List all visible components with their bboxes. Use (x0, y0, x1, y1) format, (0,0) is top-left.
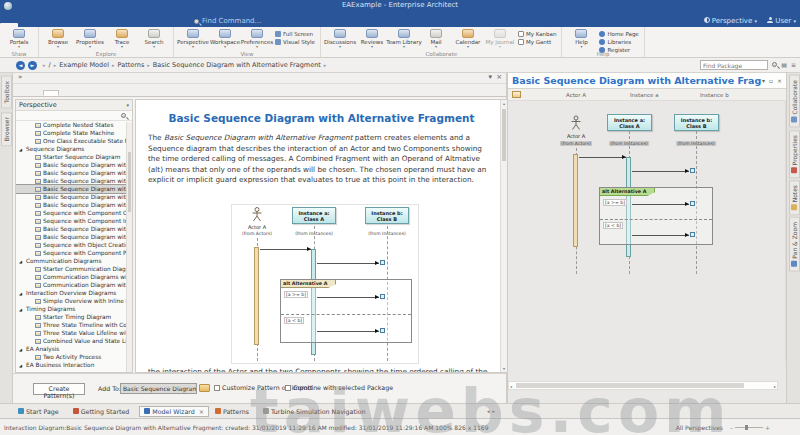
close-icon[interactable]: × (777, 77, 782, 84)
column-label[interactable]: Instance a (630, 92, 659, 98)
tree-item[interactable]: ◢ Basic Sequence Diagram with ... (16, 225, 132, 233)
document-tab[interactable]: Getting Started (69, 407, 138, 416)
combine-package-checkbox[interactable]: Combine with selected Package (285, 384, 393, 391)
tree-item[interactable]: ◢ Communication Diagrams (16, 257, 132, 265)
instance-b-object[interactable]: Instance b: Class B (674, 114, 719, 131)
perspectives-status[interactable]: All Perspectives (676, 424, 723, 431)
tree-item[interactable]: ◢ Starter Timing Diagram (16, 313, 132, 321)
chevron-down-icon[interactable]: ▾ (762, 77, 765, 84)
zoom-in-icon[interactable]: + (765, 424, 770, 431)
pin-icon[interactable]: ▫ (769, 77, 773, 84)
expand-triangle-icon[interactable]: ◢ (19, 307, 24, 312)
ribbon-button[interactable]: My Journal▾ (484, 28, 516, 48)
ribbon-button[interactable]: Properties▾ (74, 28, 106, 48)
close-tab-icon[interactable]: × (199, 408, 204, 415)
zoom-thumb[interactable] (745, 425, 748, 430)
zoom-slider[interactable]: – + (730, 424, 770, 431)
tree-item[interactable]: ◢ Complete State Machine (16, 129, 132, 137)
tree-item[interactable]: ◢ Sequence with Component Part... (16, 249, 132, 257)
tree-item[interactable]: ◢ Starter Communication Diagram (16, 265, 132, 273)
tree-item[interactable]: ◢ Three State Timeline with Cons... (16, 321, 132, 329)
create-patterns-button[interactable]: Create Pattern(s) (33, 383, 85, 395)
expand-triangle-icon[interactable]: ◢ (19, 291, 24, 296)
tree-item[interactable]: ◢ Sequence Diagrams (16, 145, 132, 153)
folder-browse-icon[interactable] (199, 384, 210, 392)
perspective-menu[interactable]: Perspective ▾ (704, 17, 758, 25)
close-icon[interactable]: × (496, 73, 502, 81)
expand-triangle-icon[interactable]: ◢ (19, 363, 24, 368)
ribbon-small-button[interactable]: Visual Style (275, 39, 315, 45)
actor-figure[interactable] (251, 207, 263, 222)
tree-item[interactable]: ◢ Interaction Overview Diagrams (16, 289, 132, 297)
tree-item[interactable]: ◢ Communication Diagrams with ... (16, 273, 132, 281)
alt-fragment[interactable]: alt Alternative A [a >= b] [a < b] (599, 187, 713, 245)
tree-item[interactable]: ◢ Two Activity Process (16, 353, 132, 361)
ribbon-small-button[interactable]: Full Screen (275, 31, 315, 37)
scroll-up-icon[interactable]: ▴ (501, 101, 507, 106)
tree-item[interactable]: ◢ Starter Sequence Diagram (16, 153, 132, 161)
instance-a-object[interactable]: Instance a: Class A (607, 114, 652, 131)
column-label[interactable]: Instance b (700, 92, 729, 98)
ribbon-button[interactable]: Browse▾ (42, 28, 74, 48)
wizard-tab[interactable] (87, 92, 101, 96)
expand-triangle-icon[interactable]: ◢ (19, 147, 24, 152)
tree-item[interactable]: ◢ Basic Sequence Diagram with ... (16, 201, 132, 209)
breadcrumb-item[interactable]: ▸Patterns (109, 61, 144, 69)
ribbon-button[interactable]: Preferences▾ (241, 28, 273, 48)
breadcrumb-item[interactable]: ▸Example Model (51, 61, 109, 69)
ribbon-small-button[interactable]: My Kanban (518, 31, 556, 37)
document-tab[interactable]: Patterns (211, 407, 257, 416)
ribbon-button[interactable]: Discussions▾ (324, 28, 356, 48)
find-package-input[interactable] (700, 60, 768, 70)
add-to-value[interactable]: Basic Sequence Diagram with Alter (120, 383, 197, 394)
tree-item[interactable]: ◢ Sequence with Component Inst... (16, 217, 132, 225)
message-call-4[interactable] (317, 331, 379, 332)
wizard-tab[interactable] (59, 92, 73, 96)
breadcrumb-item[interactable]: ▸Basic Sequence Diagram with Alternative… (144, 61, 321, 69)
edge-tab[interactable]: Notes (789, 180, 800, 215)
search-icon[interactable] (772, 62, 777, 67)
tree-item[interactable]: ◢ Timing Diagrams (16, 305, 132, 313)
wizard-tab[interactable] (101, 92, 115, 96)
edge-tab[interactable]: Properties (789, 130, 800, 178)
message-call-1[interactable] (260, 249, 311, 250)
ribbon-button[interactable]: Calendar▾ (452, 28, 484, 48)
actor-figure[interactable] (570, 115, 582, 131)
ribbon-button[interactable]: Help▾ (565, 28, 597, 48)
search-icon[interactable] (121, 113, 126, 118)
ribbon-button[interactable]: Reviews▾ (356, 28, 388, 48)
message-call-4[interactable] (632, 235, 689, 236)
zoom-track[interactable] (735, 427, 763, 428)
scroll-left-icon[interactable]: ◂ (510, 384, 512, 389)
tree-item[interactable]: ◢ One Class Executable State Ma... (16, 137, 132, 145)
tree-item[interactable]: ◢ Simple Overview with Inline Int... (16, 297, 132, 305)
message-call-3[interactable] (317, 297, 379, 298)
overflow-chevrons-icon[interactable]: » (18, 73, 22, 81)
document-tab[interactable]: Start Page (14, 407, 67, 416)
message-call-2[interactable] (317, 263, 379, 264)
diagram-canvas[interactable]: Actor A (from Actors) Instance a: Class … (508, 101, 786, 389)
ribbon-small-button[interactable]: Home Page (599, 31, 638, 37)
ribbon-small-button[interactable]: My Gantt (518, 39, 556, 45)
back-button[interactable]: ◄ (16, 61, 25, 70)
tree-item[interactable]: ◢ Basic Sequence Diagram with ... (16, 193, 132, 201)
zoom-out-icon[interactable]: – (730, 424, 733, 431)
expand-triangle-icon[interactable]: ◢ (19, 347, 24, 352)
tree-scrollbar[interactable] (126, 122, 132, 372)
ribbon-button[interactable]: Team Library▾ (388, 28, 420, 48)
actor-activation[interactable] (254, 247, 259, 345)
edge-tab[interactable]: Pan & Zoom (789, 217, 800, 272)
column-label[interactable]: Actor A (566, 92, 586, 98)
ribbon-button[interactable]: Perspective▾ (177, 28, 209, 48)
tree-item[interactable]: ◢ EA Analysis (16, 345, 132, 353)
tab-scroll-right-icon[interactable]: ▸ (493, 408, 496, 414)
tree-item[interactable]: ◢ Communication Diagram with T... (16, 281, 132, 289)
expand-triangle-icon[interactable]: ◢ (19, 259, 24, 264)
edge-tab[interactable]: Toolbox (1, 76, 12, 109)
document-tab[interactable]: Model Wizard × (139, 406, 209, 417)
tree-item[interactable]: ◢ EA Business Interaction (16, 361, 132, 369)
ribbon-button[interactable]: Search▾ (138, 28, 170, 48)
tree-item[interactable]: ◢ Combined Value and State Life... (16, 337, 132, 345)
document-scrollbar[interactable]: ▴ ▾ (500, 100, 507, 372)
find-command[interactable]: Find Command... (194, 17, 261, 27)
